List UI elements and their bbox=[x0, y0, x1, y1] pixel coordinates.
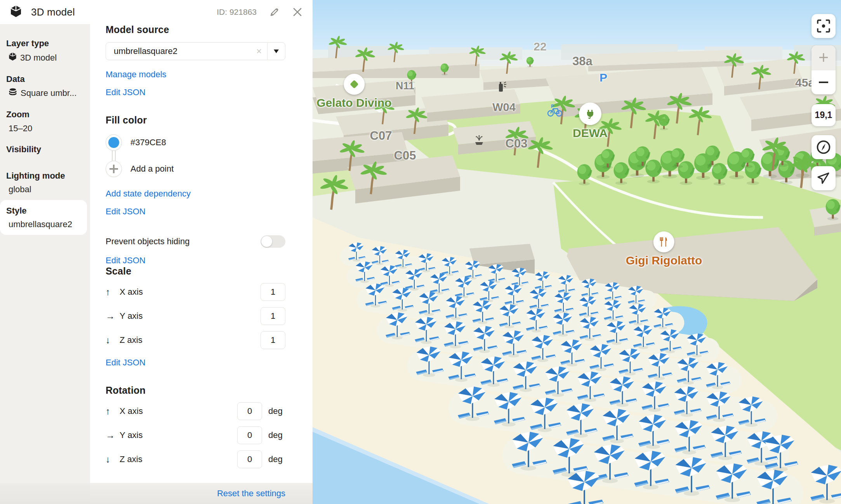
prevent-objects-hiding-label: Prevent objects hiding bbox=[106, 236, 189, 247]
style-settings-content: Model source umbrellasquare2 × Manage mo… bbox=[90, 24, 313, 504]
fill-color-stop[interactable]: #379CE8 bbox=[106, 134, 285, 151]
scale-x-input[interactable] bbox=[261, 283, 285, 301]
spray-can-icon bbox=[497, 80, 507, 95]
restaurant-icon bbox=[653, 231, 674, 252]
add-point-label: Add a point bbox=[130, 164, 174, 174]
bike-rental-icon[interactable]: P bbox=[547, 104, 563, 119]
scale-y-input[interactable] bbox=[261, 307, 285, 325]
fullscreen-button[interactable] bbox=[811, 14, 836, 38]
arrow-up-icon: ↑ bbox=[106, 406, 116, 417]
sidebar-item-data[interactable]: Data Square umbr... bbox=[0, 68, 88, 104]
block-label-c07: C07 bbox=[370, 129, 392, 143]
reset-settings-link[interactable]: Reset the settings bbox=[217, 488, 285, 499]
edit-json-link-model[interactable]: Edit JSON bbox=[106, 87, 146, 97]
poi-gelato-divino[interactable]: Gelato Divino bbox=[316, 74, 391, 109]
panel-footer: Reset the settings bbox=[0, 483, 313, 504]
arrow-right-icon: → bbox=[106, 311, 116, 322]
block-label-c03: C03 bbox=[506, 137, 528, 151]
scale-x-row: ↑ X axis bbox=[106, 283, 285, 301]
gradient-connector bbox=[112, 151, 116, 161]
add-point-button[interactable] bbox=[106, 161, 122, 177]
rotation-z-row: ↓ Z axis deg bbox=[106, 450, 285, 468]
add-point-row[interactable]: Add a point bbox=[106, 161, 285, 177]
zoom-level-badge[interactable]: 19,1 bbox=[811, 104, 836, 126]
prevent-objects-hiding-row: Prevent objects hiding bbox=[106, 235, 285, 248]
fill-color-value: #379CE8 bbox=[130, 137, 166, 148]
zoom-in-button[interactable] bbox=[811, 45, 836, 70]
zoom-control bbox=[811, 45, 836, 94]
compass-button[interactable] bbox=[811, 135, 836, 159]
parking-icon[interactable]: P bbox=[599, 71, 607, 84]
rotation-y-row: → Y axis deg bbox=[106, 426, 285, 444]
layer-id: ID: 921863 bbox=[217, 7, 257, 17]
prevent-objects-hiding-toggle[interactable] bbox=[261, 235, 285, 248]
settings-sidebar: Layer type 3D model Data Square umbr... … bbox=[0, 24, 90, 504]
zoom-out-button[interactable] bbox=[811, 70, 836, 95]
block-label-22: 22 bbox=[533, 40, 546, 53]
cube-3d-icon bbox=[10, 5, 22, 19]
map-view[interactable]: N11 W04 C07 C05 C03 38a 22 45a P P Gelat… bbox=[313, 0, 841, 504]
sidebar-item-style[interactable]: Style umbrellasquare2 bbox=[0, 200, 87, 235]
block-label-c05: C05 bbox=[394, 149, 416, 163]
scale-z-row: ↓ Z axis bbox=[106, 331, 285, 349]
panel-title: 3D model bbox=[31, 6, 75, 18]
add-state-dependency-link[interactable]: Add state dependency bbox=[106, 189, 191, 199]
map-canvas bbox=[313, 0, 841, 504]
close-icon[interactable] bbox=[292, 7, 302, 17]
arrow-down-icon: ↓ bbox=[106, 454, 116, 465]
block-label-38a: 38a bbox=[572, 54, 593, 68]
scale-heading: Scale bbox=[106, 266, 285, 277]
block-label-n11: N11 bbox=[396, 80, 414, 92]
edit-icon[interactable] bbox=[270, 7, 279, 17]
locate-button[interactable] bbox=[811, 166, 836, 190]
rotation-x-input[interactable] bbox=[237, 402, 262, 420]
arrow-up-icon: ↑ bbox=[106, 287, 116, 297]
app-window: 3D model ID: 921863 Layer type 3D model … bbox=[0, 0, 841, 504]
ev-charging-icon bbox=[579, 103, 601, 125]
arrow-right-icon: → bbox=[106, 430, 116, 441]
model-source-heading: Model source bbox=[106, 24, 285, 35]
sidebar-item-visibility[interactable]: Visibility bbox=[0, 139, 88, 165]
dropdown-caret[interactable] bbox=[267, 43, 285, 60]
rotation-y-input[interactable] bbox=[237, 426, 262, 444]
sidebar-item-layer-type[interactable]: Layer type 3D model bbox=[0, 33, 88, 68]
plus-icon bbox=[109, 165, 118, 173]
poi-gigi-rigolatto[interactable]: Gigi Rigolatto bbox=[626, 231, 702, 267]
ice-cream-shop-icon bbox=[344, 74, 365, 95]
model-source-value: umbrellasquare2 bbox=[106, 46, 251, 56]
color-swatch[interactable] bbox=[106, 134, 122, 151]
poi-dewa[interactable]: DEWA bbox=[573, 103, 608, 140]
sidebar-item-lighting-mode[interactable]: Lighting mode global bbox=[0, 165, 88, 200]
edit-json-link-fill[interactable]: Edit JSON bbox=[106, 207, 146, 217]
svg-text:P: P bbox=[551, 104, 554, 109]
fountain-icon bbox=[473, 135, 485, 148]
sidebar-item-zoom[interactable]: Zoom 15–20 bbox=[0, 104, 88, 139]
edit-json-link-scale[interactable]: Edit JSON bbox=[106, 358, 146, 368]
block-label-w04: W04 bbox=[492, 101, 516, 114]
rotation-heading: Rotation bbox=[106, 385, 285, 396]
arrow-down-icon: ↓ bbox=[106, 335, 116, 346]
scale-y-row: → Y axis bbox=[106, 307, 285, 325]
edit-json-link-hiding[interactable]: Edit JSON bbox=[106, 255, 146, 266]
scale-z-input[interactable] bbox=[261, 331, 285, 349]
panel-header: 3D model ID: 921863 bbox=[0, 0, 313, 24]
layer-settings-panel: 3D model ID: 921863 Layer type 3D model … bbox=[0, 0, 313, 504]
model-source-select[interactable]: umbrellasquare2 × bbox=[106, 42, 285, 60]
cube-3d-icon bbox=[9, 52, 17, 64]
manage-models-link[interactable]: Manage models bbox=[106, 70, 167, 80]
fill-color-heading: Fill color bbox=[106, 115, 285, 126]
clear-icon[interactable]: × bbox=[251, 47, 267, 56]
database-icon bbox=[9, 88, 17, 99]
rotation-x-row: ↑ X axis deg bbox=[106, 402, 285, 420]
rotation-z-input[interactable] bbox=[237, 450, 262, 468]
